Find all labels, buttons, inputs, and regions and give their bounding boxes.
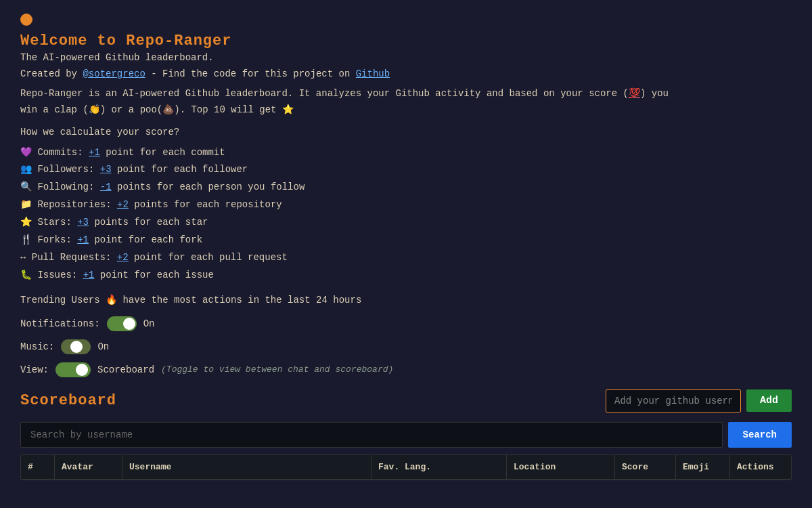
- author-link[interactable]: @sotergreco: [83, 68, 145, 79]
- scoreboard-table: # Avatar Username Fav. Lang. Location Sc…: [20, 454, 792, 480]
- notifications-toggle[interactable]: [107, 316, 137, 331]
- view-row: View: Scoreboard (Toggle to view between…: [20, 362, 792, 377]
- score-prs: +2: [117, 252, 129, 263]
- page-subtitle: The AI-powered Github leaderboard.: [20, 52, 792, 63]
- score-forks: +1: [77, 234, 89, 245]
- col-username: Username: [122, 455, 371, 479]
- view-hint: (Toggle to view between chat and scorebo…: [161, 364, 393, 375]
- trending-line: Trending Users 🔥 have the most actions i…: [20, 294, 792, 305]
- add-user-section: Add: [606, 389, 792, 412]
- toggle-knob: [70, 341, 83, 353]
- created-by-suffix: - Find the code for this project on: [145, 68, 356, 79]
- list-item: 👥 Followers: +3 point for each follower: [20, 161, 792, 179]
- score-following: -1: [100, 182, 112, 192]
- view-toggle[interactable]: [55, 362, 91, 377]
- search-row: Search: [20, 422, 792, 448]
- list-item: ↔️ Pull Requests: +2 point for each pull…: [20, 249, 792, 267]
- score-followers: +3: [100, 164, 112, 175]
- add-button[interactable]: Add: [746, 389, 792, 412]
- page-container: Welcome to Repo-Ranger The AI-powered Gi…: [0, 0, 812, 494]
- col-score: Score: [615, 455, 676, 479]
- list-item: ⭐ Stars: +3 points for each star: [20, 214, 792, 232]
- search-button[interactable]: Search: [728, 422, 792, 448]
- list-item: 🐛 Issues: +1 point for each issue: [20, 267, 792, 284]
- table-header: # Avatar Username Fav. Lang. Location Sc…: [21, 455, 791, 480]
- music-toggle[interactable]: [61, 339, 91, 354]
- add-user-input[interactable]: [606, 389, 741, 412]
- col-actions: Actions: [730, 455, 791, 479]
- score-issues: +1: [83, 270, 95, 280]
- scoreboard-section: Scoreboard Add Search # Avatar Username …: [20, 389, 792, 480]
- list-item: 🍴 Forks: +1 point for each fork: [20, 232, 792, 249]
- search-input[interactable]: [20, 422, 723, 448]
- view-state: Scoreboard: [97, 364, 154, 375]
- score-commits: +1: [89, 147, 100, 158]
- music-state: On: [97, 341, 109, 352]
- description-block: Repo-Ranger is an AI-powered Github lead…: [20, 86, 765, 119]
- toggle-knob: [123, 318, 135, 330]
- music-row: Music: On: [20, 339, 792, 354]
- notifications-state: On: [143, 318, 155, 329]
- created-by-prefix: Created by: [20, 68, 83, 79]
- scoring-title: How we calculate your score?: [20, 127, 792, 137]
- col-location: Location: [507, 455, 615, 479]
- score-stars: +3: [77, 217, 89, 228]
- github-link[interactable]: Github: [356, 68, 390, 79]
- list-item: 📁 Repositories: +2 points for each repos…: [20, 196, 792, 214]
- desc-line1: Repo-Ranger is an AI-powered Github lead…: [20, 88, 669, 99]
- col-avatar: Avatar: [55, 455, 122, 479]
- view-label: View:: [20, 364, 49, 375]
- scoring-list: 💜 Commits: +1 point for each commit 👥 Fo…: [20, 144, 792, 284]
- scoreboard-header-row: Scoreboard Add: [20, 389, 792, 412]
- col-fav-lang: Fav. Lang.: [371, 455, 507, 479]
- list-item: 💜 Commits: +1 point for each commit: [20, 144, 792, 162]
- brand-dot: [20, 14, 32, 26]
- score-emoji: 💯: [629, 88, 640, 99]
- desc-line2: win a clap (👏) or a poo(💩). Top 10 will …: [20, 104, 294, 115]
- music-label: Music:: [20, 341, 54, 352]
- notifications-label: Notifications:: [20, 318, 100, 329]
- scoreboard-title: Scoreboard: [20, 392, 116, 409]
- toggle-knob: [76, 364, 88, 376]
- col-emoji: Emoji: [676, 455, 730, 479]
- score-repos: +2: [117, 199, 129, 210]
- page-title: Welcome to Repo-Ranger: [20, 33, 792, 49]
- notifications-row: Notifications: On: [20, 316, 792, 331]
- created-by-line: Created by @sotergreco - Find the code f…: [20, 68, 792, 79]
- col-number: #: [21, 455, 55, 479]
- list-item: 🔍 Following: -1 points for each person y…: [20, 179, 792, 196]
- controls-section: Notifications: On Music: On View: Scoreb…: [20, 316, 792, 377]
